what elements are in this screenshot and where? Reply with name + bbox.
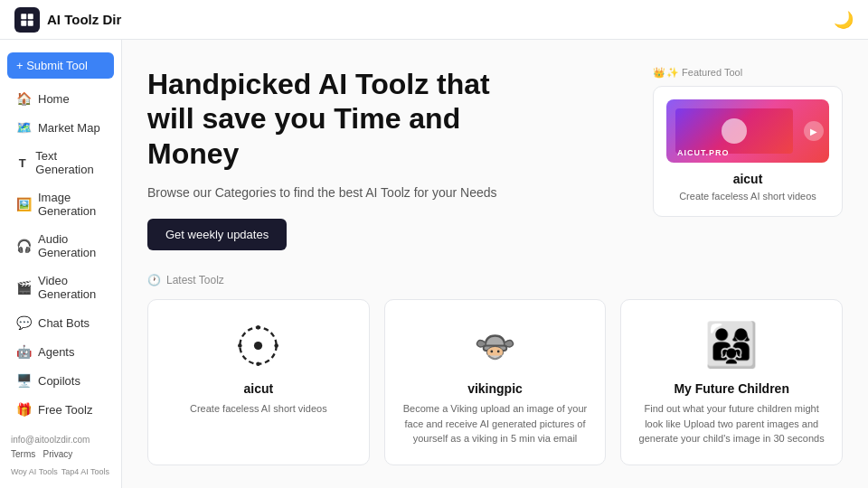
sidebar-item-text-generation-label: Text Generation [35, 149, 105, 176]
sidebar-item-video-generation[interactable]: 🎬 Video Generation [5, 267, 116, 307]
featured-person-avatar [722, 118, 747, 144]
audio-generation-icon: 🎧 [16, 239, 31, 253]
sidebar-item-home[interactable]: 🏠 Home [5, 85, 116, 112]
image-generation-icon: 🖼️ [16, 197, 31, 211]
tool-card-aicut[interactable]: aicut Create faceless AI short videos [147, 299, 370, 465]
crown-icon: 👑 [653, 67, 665, 79]
sponsor-tap4: Tap4 AI Tools [61, 465, 109, 478]
terms-link[interactable]: Terms [11, 449, 35, 459]
hero-cta-button[interactable]: Get weekly updates [147, 219, 287, 250]
sidebar-item-free-toolz-label: Free Toolz [38, 403, 92, 417]
latest-grid: aicut Create faceless AI short videos [147, 299, 843, 465]
featured-img-label: AICUT.PRO [677, 148, 730, 157]
logo-icon [19, 12, 35, 28]
svg-rect-3 [28, 20, 33, 25]
sponsor-woy: Woy AI Tools [11, 465, 58, 478]
hero-left: Handpicked AI Toolz that will save you T… [147, 67, 626, 250]
clock-icon: 🕐 [147, 274, 161, 286]
svg-rect-1 [28, 14, 33, 19]
svg-point-14 [497, 350, 500, 352]
tool-card-future-children[interactable]: 👨‍👩‍👧 My Future Children Find out what y… [620, 299, 843, 465]
header: AI Toolz Dir 🌙 [0, 0, 868, 40]
agents-icon: 🤖 [16, 344, 31, 359]
hero-title: Handpicked AI Toolz that will save you T… [147, 67, 491, 171]
svg-point-13 [490, 350, 493, 352]
featured-tool-description: Create faceless AI short videos [666, 190, 829, 203]
latest-header: 🕐 Latest Toolz [147, 274, 843, 286]
tool-aicut-name: aicut [163, 381, 354, 396]
footer-email: info@aitoolzdir.com [11, 433, 110, 447]
free-toolz-icon: 🎁 [16, 402, 31, 417]
featured-tool-name: aicut [666, 172, 829, 186]
tool-card-vikingpic[interactable]: vikingpic Become a Viking upload an imag… [384, 299, 607, 465]
svg-point-5 [254, 342, 262, 350]
submit-tool-button[interactable]: + Submit Tool [7, 52, 114, 79]
aicut-icon [231, 318, 286, 372]
body: + Submit Tool 🏠 Home 🗺️ Market Map T Tex… [0, 40, 868, 488]
featured-play-button[interactable]: ▶ [804, 121, 824, 141]
svg-rect-2 [21, 20, 26, 25]
featured-panel: 👑 ✨ Featured Tool AICUT.PRO [653, 67, 843, 217]
sidebar-item-market-map[interactable]: 🗺️ Market Map [5, 114, 116, 141]
sidebar-item-market-map-label: Market Map [38, 121, 100, 135]
svg-point-8 [238, 343, 242, 348]
text-generation-icon: T [16, 156, 28, 170]
sidebar-item-image-generation-label: Image Generation [38, 191, 105, 218]
tool-vikingpic-name: vikingpic [400, 381, 591, 396]
tool-future-children-description: Find out what your future children might… [636, 401, 827, 446]
vikingpic-svg [470, 321, 520, 371]
footer-sponsors: Woy AI Tools Tap4 AI Tools [11, 465, 110, 478]
sidebar-footer: info@aitoolzdir.com Terms Privacy Woy AI… [0, 424, 121, 487]
sidebar-item-audio-generation-label: Audio Generation [38, 232, 105, 259]
sidebar-item-agents-label: Agents [38, 345, 74, 359]
aicut-svg [233, 321, 283, 371]
tool-future-children-name: My Future Children [636, 381, 827, 396]
featured-section-label: ✨ Featured Tool [666, 67, 742, 79]
tool-aicut-description: Create faceless AI short videos [163, 401, 354, 417]
sidebar: + Submit Tool 🏠 Home 🗺️ Market Map T Tex… [0, 40, 122, 488]
sidebar-item-audio-generation[interactable]: 🎧 Audio Generation [5, 226, 116, 266]
sidebar-item-chat-bots-label: Chat Bots [38, 316, 90, 330]
svg-point-6 [257, 325, 261, 330]
app-title: AI Toolz Dir [47, 12, 121, 27]
sidebar-item-copilots[interactable]: 🖥️ Copilots [5, 367, 116, 394]
footer-links: Terms Privacy [11, 447, 110, 462]
dark-mode-button[interactable]: 🌙 [834, 10, 854, 30]
privacy-link[interactable]: Privacy [43, 449, 73, 459]
featured-label: 👑 ✨ Featured Tool [653, 67, 843, 79]
hero-subtitle: Browse our Categories to find the best A… [147, 183, 626, 202]
svg-point-7 [257, 361, 261, 366]
home-icon: 🏠 [16, 91, 31, 106]
app-logo [14, 7, 40, 33]
svg-point-9 [275, 343, 279, 348]
header-left: AI Toolz Dir [14, 7, 121, 33]
future-children-icon: 👨‍👩‍👧 [704, 318, 759, 372]
main-content: Handpicked AI Toolz that will save you T… [122, 40, 868, 488]
hero-section: Handpicked AI Toolz that will save you T… [147, 67, 843, 250]
app-container: AI Toolz Dir 🌙 + Submit Tool 🏠 Home 🗺️ M… [0, 0, 868, 488]
sidebar-item-free-toolz[interactable]: 🎁 Free Toolz [5, 396, 116, 423]
featured-img-bg [675, 108, 793, 154]
video-generation-icon: 🎬 [16, 280, 31, 295]
chat-bots-icon: 💬 [16, 315, 31, 330]
market-map-icon: 🗺️ [16, 120, 31, 135]
vikingpic-icon [467, 318, 522, 372]
latest-section: 🕐 Latest Toolz [147, 274, 843, 465]
tool-vikingpic-description: Become a Viking upload an image of your … [400, 401, 591, 446]
sidebar-item-copilots-label: Copilots [38, 374, 80, 388]
sidebar-item-image-generation[interactable]: 🖼️ Image Generation [5, 184, 116, 224]
sidebar-item-text-generation[interactable]: T Text Generation [5, 143, 116, 183]
sidebar-item-home-label: Home [38, 92, 70, 106]
featured-tool-image: AICUT.PRO ▶ [666, 99, 829, 163]
featured-card[interactable]: AICUT.PRO ▶ aicut Create faceless AI sho… [653, 86, 843, 217]
copilots-icon: 🖥️ [16, 373, 31, 388]
sidebar-item-chat-bots[interactable]: 💬 Chat Bots [5, 309, 116, 336]
sidebar-item-agents[interactable]: 🤖 Agents [5, 338, 116, 365]
sidebar-item-video-generation-label: Video Generation [38, 274, 105, 301]
svg-rect-0 [21, 14, 26, 19]
latest-label: Latest Toolz [166, 274, 224, 286]
